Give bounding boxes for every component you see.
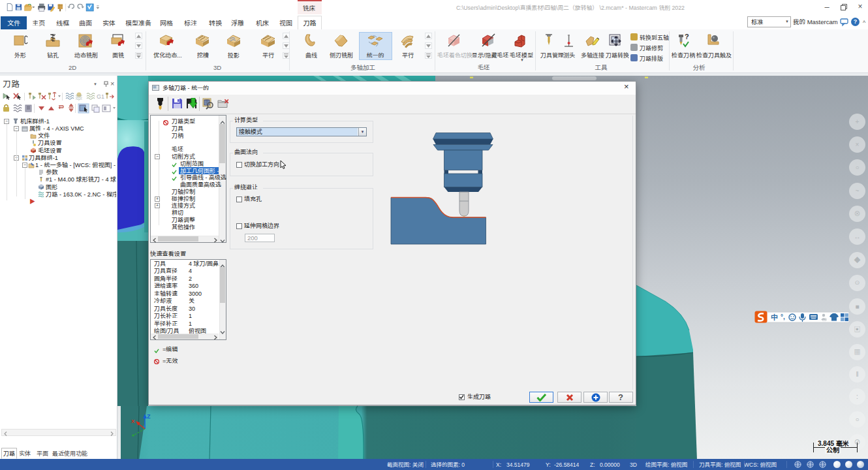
svg-text:G1: G1 xyxy=(97,93,104,100)
svg-text:中: 中 xyxy=(771,313,778,321)
svg-text:?: ? xyxy=(618,393,623,401)
svg-text:°,: °, xyxy=(781,313,785,321)
svg-text:?: ? xyxy=(685,33,689,40)
svg-text:Z: Z xyxy=(147,413,151,420)
svg-text:X: X xyxy=(131,418,135,424)
